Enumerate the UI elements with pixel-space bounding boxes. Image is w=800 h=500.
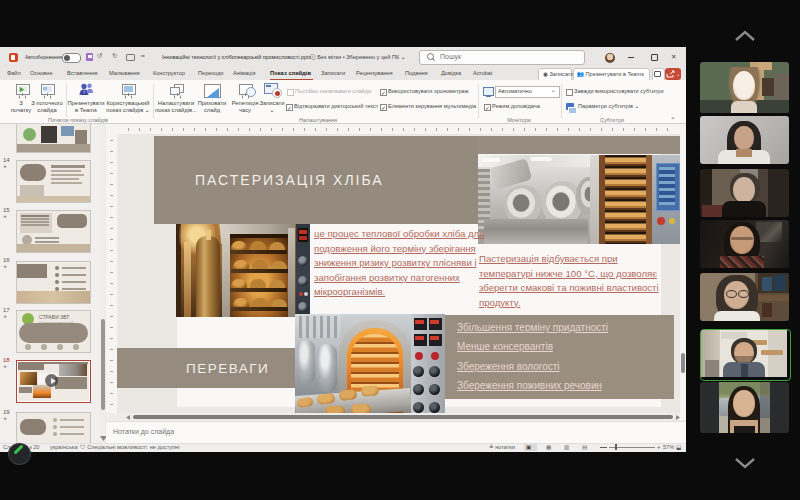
svg-text:T: T bbox=[83, 90, 86, 95]
